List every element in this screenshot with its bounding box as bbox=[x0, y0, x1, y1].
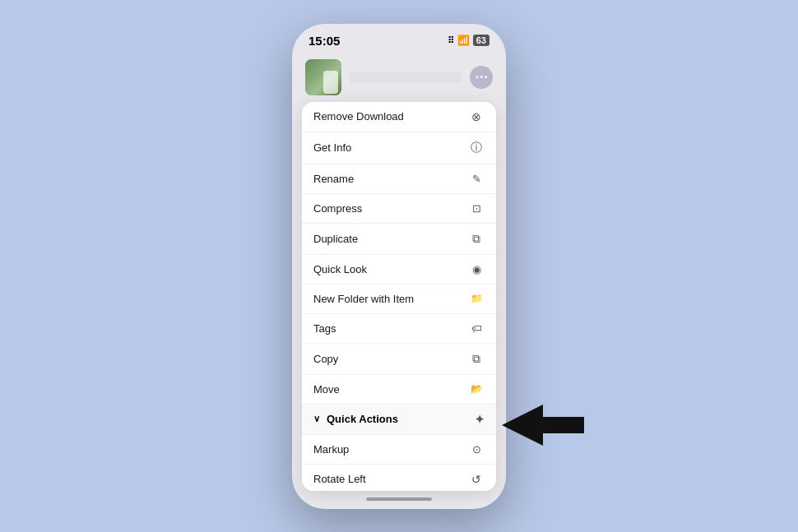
compress-label: Compress bbox=[313, 202, 362, 215]
phone-frame: 15:05 ⠿ 📶 63 ⋯ Remove Download bbox=[292, 24, 506, 509]
arrow-indicator bbox=[494, 400, 592, 458]
copy-label: Copy bbox=[313, 353, 338, 365]
menu-item-new-folder[interactable]: New Folder with Item 📁 bbox=[302, 285, 496, 314]
menu-item-rotate-left[interactable]: Rotate Left ↺ bbox=[302, 465, 496, 492]
move-icon: 📂 bbox=[468, 383, 485, 395]
compress-icon: ⊡ bbox=[468, 202, 485, 215]
chevron-icon: ∨ bbox=[313, 414, 320, 424]
grid-icon: ⠿ bbox=[448, 35, 454, 46]
svg-marker-3 bbox=[502, 405, 584, 446]
menu-item-compress[interactable]: Compress ⊡ bbox=[302, 194, 496, 224]
menu-scroll-area: Remove Download ⊗ Get Info ⓘ Rename ✎ Co… bbox=[302, 102, 496, 492]
status-time: 15:05 bbox=[309, 34, 340, 48]
rotate-left-label: Rotate Left bbox=[313, 473, 366, 485]
move-label: Move bbox=[313, 383, 340, 396]
menu-item-quick-look[interactable]: Quick Look ◉ bbox=[302, 255, 496, 285]
context-menu: Remove Download ⊗ Get Info ⓘ Rename ✎ Co… bbox=[302, 102, 496, 492]
get-info-icon: ⓘ bbox=[468, 141, 485, 155]
quick-actions-header[interactable]: ∨ Quick Actions ✦ bbox=[302, 405, 496, 435]
tags-icon: 🏷 bbox=[468, 322, 485, 335]
thumbnail-image bbox=[305, 59, 341, 95]
file-header: ⋯ bbox=[292, 54, 506, 102]
new-folder-label: New Folder with Item bbox=[313, 293, 414, 305]
menu-item-duplicate[interactable]: Duplicate ⧉ bbox=[302, 224, 496, 255]
battery-icon: 63 bbox=[473, 35, 489, 46]
markup-label: Markup bbox=[313, 443, 349, 456]
remove-download-label: Remove Download bbox=[313, 110, 404, 123]
menu-item-remove-download[interactable]: Remove Download ⊗ bbox=[302, 102, 496, 132]
wifi-icon: 📶 bbox=[457, 35, 470, 46]
remove-download-icon: ⊗ bbox=[468, 110, 485, 123]
thumbnail-person bbox=[323, 71, 338, 94]
markup-icon: ⊙ bbox=[468, 443, 485, 456]
menu-item-markup[interactable]: Markup ⊙ bbox=[302, 435, 496, 465]
menu-item-copy[interactable]: Copy ⧉ bbox=[302, 344, 496, 375]
get-info-label: Get Info bbox=[313, 141, 351, 154]
duplicate-label: Duplicate bbox=[313, 233, 358, 245]
new-folder-icon: 📁 bbox=[468, 293, 485, 304]
ellipsis-icon: ⋯ bbox=[475, 69, 488, 85]
menu-item-get-info[interactable]: Get Info ⓘ bbox=[302, 132, 496, 164]
home-indicator bbox=[366, 497, 432, 500]
menu-item-move[interactable]: Move 📂 bbox=[302, 375, 496, 405]
quick-actions-header-left: ∨ Quick Actions bbox=[313, 413, 398, 425]
rename-icon: ✎ bbox=[468, 173, 485, 185]
file-name bbox=[350, 72, 462, 83]
duplicate-icon: ⧉ bbox=[468, 232, 485, 246]
file-action-button[interactable]: ⋯ bbox=[470, 66, 493, 89]
quick-actions-label: Quick Actions bbox=[327, 413, 398, 425]
status-bar: 15:05 ⠿ 📶 63 bbox=[292, 24, 506, 54]
rename-label: Rename bbox=[313, 173, 354, 185]
copy-icon: ⧉ bbox=[468, 352, 485, 366]
rotate-left-icon: ↺ bbox=[468, 473, 485, 486]
quick-look-label: Quick Look bbox=[313, 263, 367, 275]
quick-look-icon: ◉ bbox=[468, 263, 485, 275]
sparkle-icon: ✦ bbox=[475, 413, 485, 426]
status-icons: ⠿ 📶 63 bbox=[448, 35, 489, 46]
menu-item-tags[interactable]: Tags 🏷 bbox=[302, 314, 496, 344]
file-thumbnail bbox=[305, 59, 341, 95]
menu-item-rename[interactable]: Rename ✎ bbox=[302, 164, 496, 194]
tags-label: Tags bbox=[313, 322, 336, 335]
